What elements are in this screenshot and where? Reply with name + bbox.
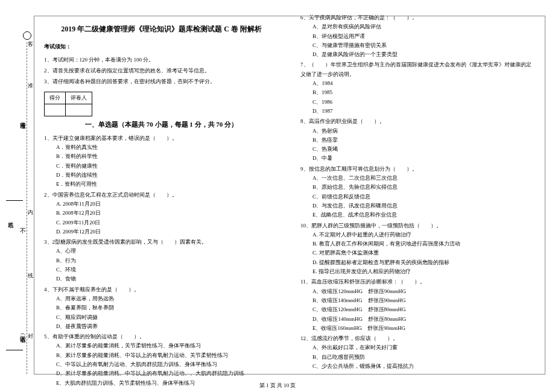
question-stem: 8、高温作业的职业病是（ ）。 — [300, 117, 535, 126]
question-stem: 5、有助于体重的控制的运动是（ ）。 — [44, 332, 279, 341]
question-option: D、昼夜晨昏调养 — [56, 322, 279, 331]
left-questions: 1、关于建立健康档案的基本要求，错误的是（ ）。A．资料的真实性B．资料的科学性… — [44, 134, 279, 388]
question-option: C、少去公共场所，锻炼身体，提高抵抗力 — [312, 362, 535, 371]
question-option: D. 提醒腹围超标者定期检查与肥胖有关的疾病危险的指标 — [312, 258, 535, 267]
right-questions: 6、关于疾病风险评估，不正确的是：（ ）。A、是对所有疾病的风险评估B、评估模型… — [300, 13, 535, 371]
question-option: A. 不定期对人群中超重的人进行药物治疗 — [312, 230, 535, 239]
binding-margin: 客 准 准考证号 内 姓名 线 不 封 省（市区） — [0, 0, 33, 392]
question-option: D、累计尽量多的能量消耗、中等以上的有氧耐力运动、、大肌肉群抗阻力训练 — [56, 369, 279, 378]
question: 7、（ ）年世界卫生组织参与主办的首届国际健康促进大会发布的《渥太华宪章》对健康… — [300, 60, 535, 116]
right-column: 6、关于疾病风险评估，不正确的是：（ ）。A、是对所有疾病的风险评估B、评估模型… — [290, 12, 546, 368]
question-option: C、热衰竭 — [312, 145, 535, 154]
question-option: C．资料的健康性 — [56, 162, 279, 171]
question-option: B、春夏养阳，秋冬养阴 — [56, 303, 279, 312]
question: 10、肥胖人群的三级预防措施中，一级预防包括（ ）。A. 不定期对人群中超重的人… — [300, 221, 535, 277]
page-footer: 第 1 页 共 10 页 — [0, 382, 555, 390]
question-option: A、用寒远寒，用热远热 — [56, 294, 279, 303]
question-option: D. 2009年12月20日 — [56, 227, 279, 236]
question-option: B、1985 — [312, 88, 535, 97]
question: 5、有助于体重的控制的运动是（ ）。A、累计尽量多的能量消耗，关节柔韧性练习、身… — [44, 332, 279, 388]
question-option: A、热射病 — [312, 127, 535, 136]
question-option: C、中等以上的有氧耐力运动、大肌肉群抗阻力训练、身体平衡练习 — [56, 360, 279, 369]
score-table: 得分 评卷人 — [44, 92, 92, 117]
question-option: C、1986 — [312, 98, 535, 107]
score-cell-score: 得分 — [45, 92, 66, 104]
question-stem: 7、（ ）年世界卫生组织参与主办的首届国际健康促进大会发布的《渥太华宪章》对健康… — [300, 60, 535, 79]
score-blank-1 — [45, 104, 66, 116]
score-cell-grader: 评卷人 — [66, 92, 92, 104]
question-option: B．资料的科学性 — [56, 152, 279, 161]
question: 8、高温作业的职业病是（ ）。A、热射病B、热痉挛C、热衰竭D、中暑 — [300, 117, 535, 163]
question-stem: 3、2型糖尿病的发生既受遗传因素的影响，又与（ ）因素有关。 — [44, 238, 279, 247]
score-blank-2 — [66, 104, 92, 116]
question-option: D、收缩压140mmHG 舒张压80mmHG — [312, 315, 535, 324]
left-column: 2019 年二级健康管理师《理论知识》题库检测试题 C 卷 附解析 考试须知： … — [33, 12, 290, 368]
question-option: B. 教育人群在工作和休闲期间，有意识地进行高强度体力活动 — [312, 239, 535, 248]
rule-1: 1、考试时间：120 分钟，本卷满分为 100 分。 — [44, 55, 279, 65]
question: 9、按信息的加工顺序可将信息划分为（ ）。A、一次信息、二次信息和三次信息B、原… — [300, 165, 535, 220]
question-option: A、心理 — [56, 247, 279, 256]
question-option: A、一次信息、二次信息和三次信息 — [312, 174, 535, 183]
question-option: B、累计尽量多的能量消耗、中等以上的有氧耐力运动、关节柔韧性练习 — [56, 351, 279, 360]
question-option: C、收缩压120mmHG 舒张压80mmHG — [312, 305, 535, 314]
margin-underline — [6, 200, 23, 201]
question-option: E、战略信息、战术信息和作业信息 — [312, 210, 535, 220]
exam-title: 2019 年二级健康管理师《理论知识》题库检测试题 C 卷 附解析 — [44, 23, 279, 35]
question-stem: 4、下列不属于顺应养生的是（ ）。 — [44, 285, 279, 294]
rule-3: 3、请仔细阅读各种题目的回答要求，在密封线内答题，否则不予评分。 — [44, 77, 279, 86]
question-option: D、中暑 — [312, 154, 535, 163]
question-option: D、是健康风险评估的一个主要类型 — [312, 50, 535, 59]
question: 4、下列不属于顺应养生的是（ ）。A、用寒远寒，用热远热B、春夏养阳，秋冬养阴C… — [44, 285, 279, 331]
question-option: A、1984 — [312, 79, 535, 88]
question-option: E、收缩压160mmHG 舒张压90mmHG — [312, 324, 535, 333]
question-option: C. 对肥胖高危个体监测体重 — [312, 248, 535, 258]
question-option: E. 指导已出现并发症的人相应的药物治疗 — [312, 267, 535, 276]
question-option: C. 2009年11月20日 — [56, 218, 279, 227]
question-option: D、食物 — [56, 274, 279, 283]
question-option: A、外出戴好口罩，在家时关好门窗 — [312, 343, 535, 352]
question-option: A．资料的真实性 — [56, 143, 279, 152]
question: 3、2型糖尿病的发生既受遗传因素的影响，又与（ ）因素有关。A、心理B、行为C、… — [44, 238, 279, 283]
question-option: D、1987 — [312, 107, 535, 116]
notice-header: 考试须知： — [44, 42, 279, 51]
question-option: C、与健康管理措施有密切关系 — [312, 41, 535, 50]
question-option: B、自己吃感冒药预防 — [312, 353, 535, 362]
fold-line — [27, 42, 27, 374]
question-option: A、累计尽量多的能量消耗，关节柔韧性练习、身体平衡练习 — [56, 341, 279, 350]
question-option: A、收缩压120mmHG 舒张压90mmHG — [312, 287, 535, 296]
question-option: E．资料的可用性 — [56, 180, 279, 189]
question-option: C、顺应四时调摄 — [56, 313, 279, 322]
question-option: C、前馈信息和反馈信息 — [312, 192, 535, 201]
question-stem: 2、中国营养信息化工程在京正式启动时间是（ ）。 — [44, 191, 279, 200]
question-option: A. 2008年11月20日 — [56, 200, 279, 209]
question-stem: 1、关于建立健康档案的基本要求，错误的是（ ）。 — [44, 134, 279, 143]
question: 12、流感流行的季节，你应该（ ）。A、外出戴好口罩，在家时关好门窗B、自己吃感… — [300, 334, 535, 371]
question: 2、中国营养信息化工程在京正式启动时间是（ ）。A. 2008年11月20日B.… — [44, 191, 279, 236]
question: 1、关于建立健康档案的基本要求，错误的是（ ）。A．资料的真实性B．资料的科学性… — [44, 134, 279, 189]
question-stem: 10、肥胖人群的三级预防措施中，一级预防包括（ ）。 — [300, 221, 535, 230]
part1-title: 一、单选题（本题共 70 小题，每题 1 分，共 70 分） — [44, 119, 279, 130]
question: 6、关于疾病风险评估，不正确的是：（ ）。A、是对所有疾病的风险评估B、评估模型… — [300, 13, 535, 59]
margin-underline-2 — [6, 350, 23, 350]
page-content: 2019 年二级健康管理师《理论知识》题库检测试题 C 卷 附解析 考试须知： … — [0, 0, 555, 374]
question-stem: 6、关于疾病风险评估，不正确的是：（ ）。 — [300, 13, 535, 22]
question-option: B、收缩压140mmHG 舒张压90mmHG — [312, 296, 535, 305]
question-stem: 11、高血压收缩压和舒张压的诊断标准：（ ）。 — [300, 277, 535, 286]
question-option: B. 2008年12月20日 — [56, 209, 279, 218]
rule-2: 2、请首先按要求在试卷的指定位置填写您的姓名、准考证号等信息。 — [44, 66, 279, 75]
question-option: D、与发信息、讯发信息和碟用信息 — [312, 201, 535, 210]
question-stem: 12、流感流行的季节，你应该（ ）。 — [300, 334, 535, 343]
question-option: A、是对所有疾病的风险评估 — [312, 22, 535, 31]
question-option: B、行为 — [56, 256, 279, 265]
question: 11、高血压收缩压和舒张压的诊断标准：（ ）。A、收缩压120mmHG 舒张压9… — [300, 277, 535, 333]
question-option: B、原始信息、先验信息和实得信息 — [312, 183, 535, 192]
question-option: D．资料的连续性 — [56, 171, 279, 180]
question-option: B、热痉挛 — [312, 136, 535, 145]
question-stem: 9、按信息的加工顺序可将信息划分为（ ）。 — [300, 165, 535, 174]
question-option: B、评估模型运用严谨 — [312, 32, 535, 41]
question-option: C、环境 — [56, 265, 279, 274]
binding-circle — [23, 31, 31, 40]
